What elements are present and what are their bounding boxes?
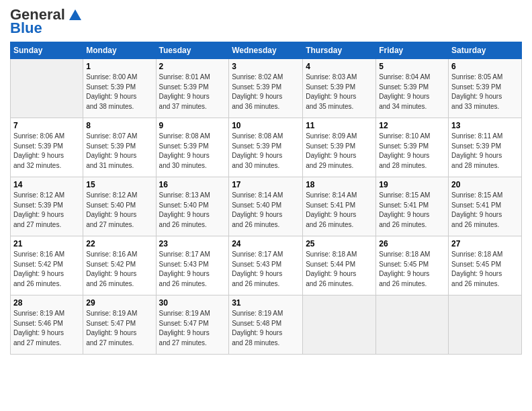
week-row-2: 14Sunrise: 8:12 AMSunset: 5:39 PMDayligh… — [11, 177, 522, 236]
day-info: Sunrise: 8:08 AMSunset: 5:39 PMDaylight:… — [232, 132, 300, 171]
day-number: 11 — [306, 121, 373, 130]
day-info: Sunrise: 8:17 AMSunset: 5:43 PMDaylight:… — [159, 250, 226, 289]
day-info: Sunrise: 8:09 AMSunset: 5:39 PMDaylight:… — [306, 132, 373, 171]
day-info: Sunrise: 8:14 AMSunset: 5:41 PMDaylight:… — [306, 191, 373, 230]
day-number: 25 — [306, 239, 373, 248]
day-number: 10 — [232, 121, 300, 130]
day-number: 4 — [306, 62, 373, 71]
day-info: Sunrise: 8:14 AMSunset: 5:40 PMDaylight:… — [232, 191, 300, 230]
day-number: 27 — [451, 239, 519, 248]
day-info: Sunrise: 8:11 AMSunset: 5:39 PMDaylight:… — [451, 132, 519, 171]
day-cell: 25Sunrise: 8:18 AMSunset: 5:44 PMDayligh… — [303, 236, 376, 295]
header-row: SundayMondayTuesdayWednesdayThursdayFrid… — [11, 42, 522, 59]
week-row-0: 1Sunrise: 8:00 AMSunset: 5:39 PMDaylight… — [11, 59, 522, 118]
week-row-1: 7Sunrise: 8:06 AMSunset: 5:39 PMDaylight… — [11, 118, 522, 177]
day-info: Sunrise: 8:10 AMSunset: 5:39 PMDaylight:… — [379, 132, 445, 171]
day-info: Sunrise: 8:19 AMSunset: 5:47 PMDaylight:… — [159, 309, 226, 348]
calendar-table: SundayMondayTuesdayWednesdayThursdayFrid… — [10, 42, 522, 355]
day-cell: 24Sunrise: 8:17 AMSunset: 5:43 PMDayligh… — [229, 236, 303, 295]
day-info: Sunrise: 8:18 AMSunset: 5:45 PMDaylight:… — [379, 250, 445, 289]
day-cell: 14Sunrise: 8:12 AMSunset: 5:39 PMDayligh… — [11, 177, 83, 236]
day-number: 2 — [159, 62, 226, 71]
day-cell: 8Sunrise: 8:07 AMSunset: 5:39 PMDaylight… — [83, 118, 156, 177]
day-number: 21 — [13, 239, 80, 248]
day-number: 5 — [379, 62, 445, 71]
day-info: Sunrise: 8:03 AMSunset: 5:39 PMDaylight:… — [306, 73, 373, 111]
day-number: 9 — [159, 121, 226, 130]
day-header-sunday: Sunday — [11, 42, 83, 59]
day-info: Sunrise: 8:19 AMSunset: 5:46 PMDaylight:… — [13, 309, 80, 348]
day-info: Sunrise: 8:00 AMSunset: 5:39 PMDaylight:… — [86, 73, 152, 111]
page-container: General Blue SundayMondayTuesdayWednesda… — [0, 0, 532, 361]
day-number: 12 — [379, 121, 445, 130]
day-number: 28 — [13, 298, 80, 308]
day-info: Sunrise: 8:18 AMSunset: 5:44 PMDaylight:… — [306, 250, 373, 289]
day-cell: 18Sunrise: 8:14 AMSunset: 5:41 PMDayligh… — [303, 177, 376, 236]
day-info: Sunrise: 8:13 AMSunset: 5:40 PMDaylight:… — [159, 191, 226, 230]
day-cell: 6Sunrise: 8:05 AMSunset: 5:39 PMDaylight… — [449, 59, 522, 118]
day-number: 19 — [379, 180, 445, 189]
day-info: Sunrise: 8:07 AMSunset: 5:39 PMDaylight:… — [86, 132, 152, 171]
day-number: 1 — [86, 62, 152, 71]
week-row-4: 28Sunrise: 8:19 AMSunset: 5:46 PMDayligh… — [11, 295, 522, 355]
day-cell: 29Sunrise: 8:19 AMSunset: 5:47 PMDayligh… — [83, 295, 156, 355]
day-info: Sunrise: 8:12 AMSunset: 5:39 PMDaylight:… — [13, 191, 80, 230]
day-cell: 26Sunrise: 8:18 AMSunset: 5:45 PMDayligh… — [376, 236, 449, 295]
day-cell: 23Sunrise: 8:17 AMSunset: 5:43 PMDayligh… — [156, 236, 229, 295]
day-cell: 16Sunrise: 8:13 AMSunset: 5:40 PMDayligh… — [156, 177, 229, 236]
day-number: 22 — [86, 239, 152, 248]
day-info: Sunrise: 8:19 AMSunset: 5:47 PMDaylight:… — [86, 309, 152, 348]
day-cell: 10Sunrise: 8:08 AMSunset: 5:39 PMDayligh… — [229, 118, 303, 177]
header: General Blue — [10, 7, 522, 36]
day-number: 7 — [13, 121, 80, 130]
day-cell: 17Sunrise: 8:14 AMSunset: 5:40 PMDayligh… — [229, 177, 303, 236]
day-number: 31 — [232, 298, 300, 308]
day-cell — [11, 59, 83, 118]
day-cell: 20Sunrise: 8:15 AMSunset: 5:41 PMDayligh… — [449, 177, 522, 236]
day-number: 8 — [86, 121, 152, 130]
day-cell — [449, 295, 522, 355]
day-info: Sunrise: 8:02 AMSunset: 5:39 PMDaylight:… — [232, 73, 300, 111]
day-cell — [303, 295, 376, 355]
day-header-tuesday: Tuesday — [156, 42, 229, 59]
day-cell: 27Sunrise: 8:18 AMSunset: 5:45 PMDayligh… — [449, 236, 522, 295]
day-info: Sunrise: 8:19 AMSunset: 5:48 PMDaylight:… — [232, 309, 300, 348]
day-info: Sunrise: 8:15 AMSunset: 5:41 PMDaylight:… — [451, 191, 519, 230]
logo-blue: Blue — [10, 20, 83, 36]
day-info: Sunrise: 8:04 AMSunset: 5:39 PMDaylight:… — [379, 73, 445, 111]
day-info: Sunrise: 8:05 AMSunset: 5:39 PMDaylight:… — [451, 73, 519, 111]
day-cell: 5Sunrise: 8:04 AMSunset: 5:39 PMDaylight… — [376, 59, 449, 118]
day-number: 15 — [86, 180, 152, 189]
day-info: Sunrise: 8:18 AMSunset: 5:45 PMDaylight:… — [451, 250, 519, 289]
day-info: Sunrise: 8:08 AMSunset: 5:39 PMDaylight:… — [159, 132, 226, 171]
day-info: Sunrise: 8:15 AMSunset: 5:41 PMDaylight:… — [379, 191, 445, 230]
day-header-monday: Monday — [83, 42, 156, 59]
day-number: 17 — [232, 180, 300, 189]
day-info: Sunrise: 8:12 AMSunset: 5:40 PMDaylight:… — [86, 191, 152, 230]
day-info: Sunrise: 8:16 AMSunset: 5:42 PMDaylight:… — [13, 250, 80, 289]
logo-icon — [68, 8, 83, 21]
day-cell: 19Sunrise: 8:15 AMSunset: 5:41 PMDayligh… — [376, 177, 449, 236]
day-cell: 9Sunrise: 8:08 AMSunset: 5:39 PMDaylight… — [156, 118, 229, 177]
day-number: 14 — [13, 180, 80, 189]
day-cell: 1Sunrise: 8:00 AMSunset: 5:39 PMDaylight… — [83, 59, 156, 118]
day-number: 18 — [306, 180, 373, 189]
day-number: 13 — [451, 121, 519, 130]
day-cell: 22Sunrise: 8:16 AMSunset: 5:42 PMDayligh… — [83, 236, 156, 295]
day-cell: 15Sunrise: 8:12 AMSunset: 5:40 PMDayligh… — [83, 177, 156, 236]
day-number: 30 — [159, 298, 226, 308]
day-cell: 21Sunrise: 8:16 AMSunset: 5:42 PMDayligh… — [11, 236, 83, 295]
day-cell: 13Sunrise: 8:11 AMSunset: 5:39 PMDayligh… — [449, 118, 522, 177]
day-number: 3 — [232, 62, 300, 71]
day-number: 24 — [232, 239, 300, 248]
day-info: Sunrise: 8:06 AMSunset: 5:39 PMDaylight:… — [13, 132, 80, 171]
day-number: 26 — [379, 239, 445, 248]
week-row-3: 21Sunrise: 8:16 AMSunset: 5:42 PMDayligh… — [11, 236, 522, 295]
day-info: Sunrise: 8:17 AMSunset: 5:43 PMDaylight:… — [232, 250, 300, 289]
svg-marker-0 — [69, 9, 81, 20]
day-cell: 30Sunrise: 8:19 AMSunset: 5:47 PMDayligh… — [156, 295, 229, 355]
day-number: 20 — [451, 180, 519, 189]
day-cell: 11Sunrise: 8:09 AMSunset: 5:39 PMDayligh… — [303, 118, 376, 177]
day-header-saturday: Saturday — [449, 42, 522, 59]
day-cell: 12Sunrise: 8:10 AMSunset: 5:39 PMDayligh… — [376, 118, 449, 177]
